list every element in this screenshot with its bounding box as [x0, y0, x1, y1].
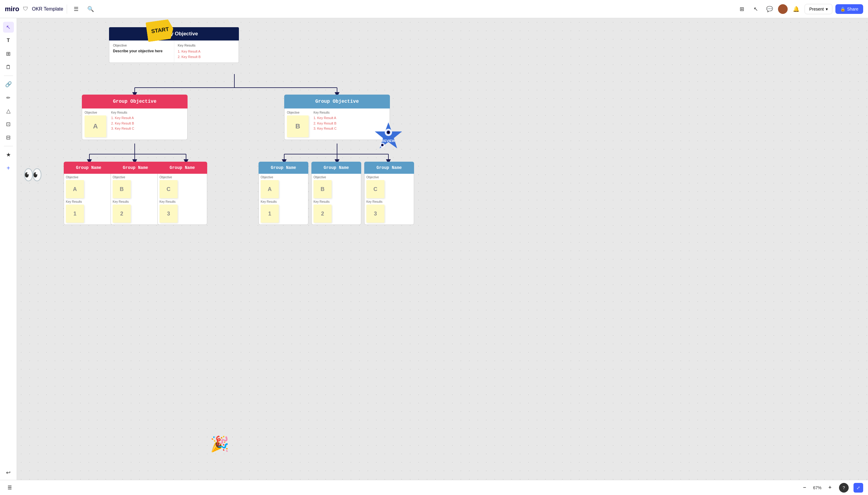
board-title: OKR Template — [32, 6, 64, 12]
cursor-tool[interactable]: ↖ — [3, 22, 14, 33]
right-team-3-header: Group Name — [364, 162, 414, 174]
zoom-out-button[interactable]: − — [800, 483, 809, 492]
left-t1-note: A — [66, 180, 84, 198]
left-kr-label: Key Results — [111, 111, 185, 114]
table-tool[interactable]: ⊞ — [3, 48, 14, 59]
company-obj-header: Company Objective — [109, 27, 239, 40]
topbar: miro 🛡 OKR Template ☰ 🔍 ⊞ ↖ 💬 🔔 Present … — [0, 0, 868, 18]
comment-icon[interactable]: 💬 — [764, 4, 775, 15]
right-kr-label: Key Results — [314, 111, 387, 114]
left-kr-3: 3. Key Result C — [111, 126, 185, 132]
frame-tool[interactable]: ⊡ — [3, 119, 14, 130]
svg-point-22 — [382, 144, 383, 146]
right-t1-kr-label: Key Results — [261, 200, 306, 203]
undo-tool[interactable]: ↩ — [3, 467, 14, 478]
left-t1-kr-label: Key Results — [66, 200, 111, 203]
left-kr-1: 1. Key Result A — [111, 116, 185, 121]
left-t1-obj-label: Objective — [66, 175, 111, 179]
separator — [4, 75, 13, 76]
right-group-header: Group Objective — [284, 95, 390, 108]
template-tool[interactable]: ⊟ — [3, 132, 14, 143]
left-t3-note: C — [159, 180, 178, 198]
left-team-1: Group Name Objective A Key Results 1 — [64, 162, 113, 225]
avatar[interactable] — [778, 4, 788, 14]
obj-col-label: Objective — [113, 44, 170, 47]
company-objective: Company Objective Objective Describe you… — [109, 27, 239, 63]
sticky-tool[interactable]: 🗒 — [3, 62, 14, 72]
right-kr-1: 1. Key Result A — [314, 116, 387, 121]
miro-logo: miro — [5, 5, 19, 13]
separator2 — [4, 146, 13, 146]
left-t1-kr-note: 1 — [66, 205, 84, 223]
start-text: START — [151, 26, 169, 35]
right-team-2-body: Objective B Key Results 2 — [312, 174, 361, 225]
left-t3-kr-label: Key Results — [159, 200, 205, 203]
svg-point-18 — [388, 132, 389, 133]
plus-tool[interactable]: + — [3, 163, 14, 173]
right-t1-note: A — [261, 180, 279, 198]
right-team-3: Group Name Objective C Key Results 3 — [364, 162, 414, 225]
shield-icon: 🛡 — [23, 6, 29, 12]
kr-item-1: 1. Key Result A — [178, 49, 235, 54]
left-toolbar: ↖ T ⊞ 🗒 🔗 ✏ △ ⊡ ⊟ ★ + ↩ ↪ — [0, 18, 17, 495]
help-button[interactable]: ? — [839, 483, 849, 493]
right-t2-obj-label: Objective — [314, 175, 359, 179]
bottombar: ☰ − 67% + ? ⤢ — [0, 480, 868, 495]
right-team-1-body: Objective A Key Results 1 — [259, 174, 308, 225]
right-team-3-body: Objective C Key Results 3 — [364, 174, 414, 225]
right-team-2-header: Group Name — [312, 162, 361, 174]
present-button[interactable]: Present ▾ — [804, 4, 832, 14]
obj-text: Describe your objective here — [113, 49, 170, 53]
select-icon[interactable]: ⊞ — [736, 4, 747, 15]
left-team-2-body: Objective B Key Results 2 — [110, 174, 160, 225]
company-obj-body: Objective Describe your objective here K… — [109, 40, 239, 63]
obj-column: Objective Describe your objective here — [109, 40, 174, 63]
apps-tool[interactable]: ★ — [3, 149, 14, 160]
kr-column: Key Results 1. Key Result A 2. Key Resul… — [174, 40, 239, 63]
celebrate-sticker: 🎉 — [210, 435, 229, 453]
link-tool[interactable]: 🔗 — [3, 79, 14, 90]
right-t3-kr-note: 3 — [366, 205, 385, 223]
right-team-1: Group Name Objective A Key Results 1 — [259, 162, 308, 225]
canvas[interactable]: START Company Objective Objective Descri… — [17, 18, 868, 480]
kr-item-2: 2. Key Result B — [178, 54, 235, 60]
left-group-note: A — [85, 116, 106, 137]
expand-button[interactable]: ⤢ — [853, 483, 863, 493]
right-t2-note: B — [314, 180, 332, 198]
notification-icon[interactable]: 🔔 — [791, 4, 801, 15]
connector-lines — [17, 18, 868, 480]
menu-icon[interactable]: ☰ — [71, 4, 82, 15]
cursor-icon[interactable]: ↖ — [750, 4, 761, 15]
right-t3-obj-label: Objective — [366, 175, 412, 179]
right-t2-kr-label: Key Results — [314, 200, 359, 203]
left-group-header: Group Objective — [82, 95, 188, 108]
left-t2-kr-label: Key Results — [113, 200, 158, 203]
share-button[interactable]: 🔒 Share — [835, 4, 863, 14]
left-t2-note: B — [113, 180, 131, 198]
right-team-1-header: Group Name — [259, 162, 308, 174]
search-icon[interactable]: 🔍 — [85, 4, 96, 15]
zoom-controls: − 67% + ? ⤢ — [800, 483, 863, 493]
left-group-objective: Group Objective Objective A Key Results … — [82, 95, 188, 140]
right-team-2: Group Name Objective B Key Results 2 — [312, 162, 361, 225]
right-t1-kr-note: 1 — [261, 205, 279, 223]
zoom-in-button[interactable]: + — [826, 483, 834, 492]
left-team-3-body: Objective C Key Results 3 — [157, 174, 207, 225]
sidebar-toggle[interactable]: ☰ — [5, 483, 15, 493]
divider — [67, 4, 67, 14]
text-tool[interactable]: T — [3, 35, 14, 46]
left-team-1-header: Group Name — [64, 162, 113, 174]
left-team-1-body: Objective A Key Results 1 — [64, 174, 113, 225]
eyes-sticker: 👀 — [23, 167, 42, 183]
left-team-2: Group Name Objective B Key Results 2 — [110, 162, 160, 225]
right-t1-obj-label: Objective — [261, 175, 306, 179]
pen-tool[interactable]: ✏ — [3, 92, 14, 103]
left-team-3-header: Group Name — [157, 162, 207, 174]
right-obj-label: Objective — [287, 111, 309, 114]
kr-col-label: Key Results — [178, 44, 235, 47]
start-flag: START — [147, 20, 173, 40]
left-t3-kr-note: 3 — [159, 205, 178, 223]
shape-tool[interactable]: △ — [3, 105, 14, 116]
topbar-right: ⊞ ↖ 💬 🔔 Present ▾ 🔒 Share — [736, 4, 863, 15]
left-obj-label: Objective — [85, 111, 106, 114]
